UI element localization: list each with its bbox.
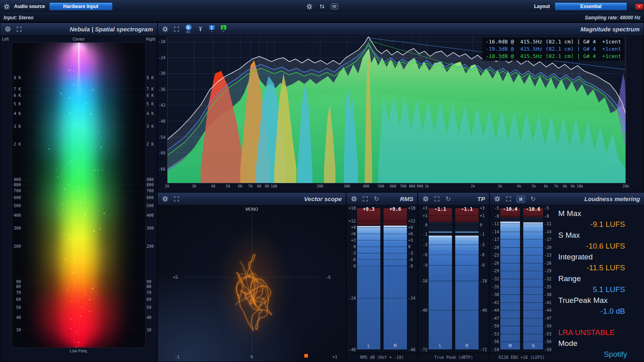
hardware-input-button[interactable]: Hardware input <box>49 2 113 10</box>
spectrogram-fullscreen-icon[interactable] <box>16 26 23 33</box>
meter-channel-label: M <box>500 343 520 348</box>
spectrum-y-axis: -18-24-30-36-42-48-54-60-66 <box>158 36 166 183</box>
vector-header: Vector scope <box>158 193 346 206</box>
mode-label[interactable]: Mode <box>558 338 625 349</box>
meter-scale-label: +9 <box>407 225 417 229</box>
curve-1-add-icon[interactable]: + <box>211 30 213 34</box>
rms-title: RMS <box>400 195 413 202</box>
meter-scale-label: +1 <box>479 214 489 218</box>
spectrum-x-tick: 200 <box>317 184 323 188</box>
reset-peaks-icon[interactable] <box>197 26 204 33</box>
spectrum-x-tick: 10k <box>576 184 583 188</box>
spectrum-x-tick: 5k <box>532 184 536 188</box>
meter-bars-zone: MS <box>500 208 543 350</box>
spectrum-x-tick: 800 <box>409 184 415 188</box>
rms-reset-icon[interactable]: ↻ <box>373 195 380 202</box>
meter-bar-fill <box>500 222 520 350</box>
tp-reset-icon[interactable]: ↻ <box>445 195 452 202</box>
meter-scale-label: -14 <box>543 229 553 234</box>
meter-gridline <box>500 350 543 350</box>
spectrogram-freq-tick: 400 <box>11 213 21 218</box>
spectrogram-freq-scale-right: 9 K7 K6 K5 K4 K3 K2 K9008007006005004003… <box>147 42 157 348</box>
meter-peak-line <box>523 222 543 223</box>
rms-gear-icon[interactable] <box>351 195 357 202</box>
settings-gear-icon[interactable] <box>306 3 313 10</box>
signal-routing-icon[interactable] <box>318 3 325 10</box>
spectrum-y-tick: -24 <box>158 55 165 60</box>
loudness-header: ↻ Loudness metering <box>490 193 644 206</box>
spectrum-x-tick: 8k <box>563 184 567 188</box>
spectrogram-freq-tick: 400 <box>147 213 157 218</box>
spectrum-gear-icon[interactable] <box>162 26 169 33</box>
tp-gear-icon[interactable] <box>422 195 429 202</box>
meter-scale-label: -56 <box>490 339 500 344</box>
curve-2-button[interactable]: 2 + <box>220 25 227 34</box>
loudness-title: Loudness metering <box>584 195 640 202</box>
truepeak-max-label: TruePeak Max <box>558 295 625 306</box>
meter-gridline <box>500 247 543 248</box>
meter-scale-label: -38 <box>543 292 553 297</box>
pan-right-label: Right <box>146 37 155 41</box>
spectrum-y-tick: -42 <box>158 103 165 107</box>
meter-scale-label: -18 <box>418 278 429 283</box>
live-play-button[interactable]: live <box>184 25 192 34</box>
spectrogram-freq-tick: 60 <box>147 297 157 302</box>
curve-1-button[interactable]: 1 + <box>208 25 215 34</box>
loudness-fullscreen-icon[interactable] <box>505 195 512 202</box>
meter-scale-label: 0 <box>347 245 357 249</box>
meter-scale-label: -44 <box>490 308 500 313</box>
spectrogram-freq-tick: 50 <box>147 305 157 310</box>
spectrum-plot[interactable]: -16.0dB @ 415.5Hz (82.1 cm) | G# 4 +1cen… <box>167 36 626 183</box>
vector-gear-icon[interactable] <box>162 195 169 202</box>
meter-scale-left: +3+10-1-3-6-9-18-40-72 <box>418 206 429 353</box>
meter-value-label: -1.1 <box>435 206 446 212</box>
vector-scope-display[interactable]: MONO +S -S -1 0 +1 <box>158 206 346 362</box>
meter-scale-label: +3 <box>347 238 357 242</box>
meter-bars-zone: LR <box>429 208 479 350</box>
meter-scale-label: +1 <box>418 214 429 218</box>
spectrogram-freq-tick: 300 <box>147 226 157 230</box>
meter-scale-label: -32 <box>543 277 553 281</box>
spectrum-fullscreen-icon[interactable] <box>173 26 180 33</box>
io-icon[interactable]: IO <box>331 4 338 9</box>
pause-button[interactable] <box>516 195 525 203</box>
meter-bars-zone: LR <box>357 208 407 350</box>
meter-scale-label: 0 <box>407 245 417 249</box>
top-bar-right: Layout Essential <box>534 2 641 10</box>
spectrum-x-tick: 3k <box>497 184 502 188</box>
curve-2-add-icon[interactable]: + <box>222 30 224 34</box>
loudness-axis-label: R128 EBU +18 (LUFS) <box>490 353 553 362</box>
rms-fullscreen-icon[interactable] <box>362 195 369 202</box>
meter-scale-label: -48 <box>347 348 357 352</box>
cursor-readout: -16.0dB @ 415.5Hz (82.1 cm) | G# 4 +1cen… <box>482 37 624 61</box>
spectrogram-freq-tick: 600 <box>11 195 21 200</box>
meter-scale-label: +6 <box>347 232 357 236</box>
loudness-gear-icon[interactable] <box>494 195 501 202</box>
mode-value[interactable]: Spotify <box>604 350 627 359</box>
top-bar-center-icons: IO <box>306 0 338 13</box>
meter-channel-label: R <box>384 343 407 348</box>
spectrogram-plot[interactable] <box>12 42 146 348</box>
meter-gridline <box>500 263 543 263</box>
meter-scale-right: -5-8-11-14-17-20-23-26-29-32-35-38-41-44… <box>543 206 553 353</box>
audio-source-gear-icon[interactable] <box>3 3 10 10</box>
tp-fullscreen-icon[interactable] <box>433 195 440 202</box>
spectrum-x-tick: 1k <box>425 184 429 188</box>
tp-meter: LR+3+10-1-3-6-9-18-40-72+3+10-1-3-6-9-18… <box>418 206 489 353</box>
spectrogram-freq-tick: 800 <box>11 183 21 187</box>
spectrogram-freq-tick: 9 K <box>11 75 21 80</box>
spectrogram-gear-icon[interactable] <box>4 26 11 33</box>
vector-fullscreen-icon[interactable] <box>173 195 180 202</box>
close-button[interactable]: × <box>635 4 644 10</box>
loudness-reset-icon[interactable]: ↻ <box>530 195 537 202</box>
lissajous-trace <box>158 206 346 362</box>
layout-essential-button[interactable]: Essential <box>555 2 627 10</box>
meter-scale-label: -17 <box>490 237 500 242</box>
spectrum-x-tick: 400 <box>363 184 369 188</box>
spectrum-x-tick: 100 <box>270 184 277 188</box>
meter-scale-label: -44 <box>543 308 553 313</box>
readout-row-white: -16.0dB @ 415.5Hz (82.1 cm) | G# 4 +1cen… <box>485 38 621 45</box>
meter-peak-line <box>429 236 452 237</box>
meter-scale-label: -40 <box>479 308 489 313</box>
meter-gridline <box>500 239 543 240</box>
